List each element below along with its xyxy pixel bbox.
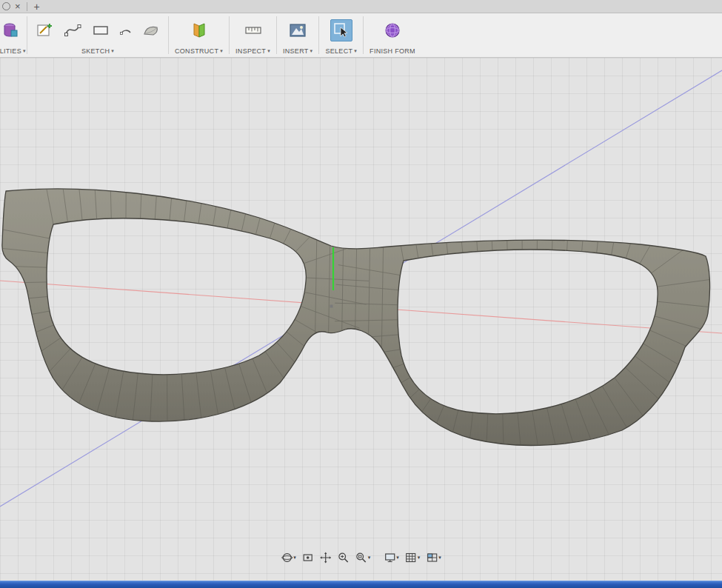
toolbar-group-construct: CONSTRUCT ▾ (169, 13, 229, 57)
chevron-down-icon: ▾ (396, 555, 399, 561)
toolbar-group-finish-form: FINISH FORM (364, 13, 421, 57)
new-tab-button[interactable]: + (32, 2, 42, 11)
construction-plane-icon (190, 21, 209, 40)
document-tab-icon[interactable] (2, 2, 10, 10)
insert-group-label[interactable]: INSERT ▾ (283, 47, 312, 55)
toolbar-group-select: SELECT ▾ (319, 13, 363, 57)
rectangle-icon (92, 21, 110, 39)
orbit-button[interactable]: ▾ (278, 549, 298, 566)
pan-button[interactable] (318, 549, 334, 566)
chevron-down-icon: ▾ (438, 555, 441, 561)
chevron-down-icon: ▾ (267, 48, 270, 54)
origin-marker (330, 305, 333, 308)
chevron-down-icon: ▾ (368, 555, 371, 561)
spline-tool-button[interactable] (61, 19, 84, 41)
scene-svg (0, 58, 722, 581)
chevron-down-icon: ▾ (23, 48, 26, 54)
tab-close-button[interactable]: × (13, 2, 22, 11)
select-tool-button[interactable] (330, 19, 352, 41)
toolbar-group-sketch: SKETCH ▾ (27, 13, 168, 57)
view-navigation-bar: ▾ (275, 548, 447, 567)
orbit-icon (281, 552, 293, 564)
rectangle-tool-button[interactable] (90, 19, 112, 41)
document-tab-strip: × + (0, 0, 722, 13)
chevron-down-icon: ▾ (354, 48, 357, 54)
toolbar-group-inspect: INSPECT ▾ (230, 13, 276, 57)
ruler-icon (244, 21, 263, 40)
viewports-button[interactable]: ▾ (424, 549, 444, 566)
surface-tool-button[interactable] (140, 19, 162, 41)
display-settings-icon (384, 552, 395, 564)
arc-icon (119, 24, 133, 37)
arc-tool-button[interactable] (118, 22, 134, 39)
construct-plane-button[interactable] (188, 19, 210, 41)
measure-button[interactable] (242, 19, 264, 41)
construct-group-label[interactable]: CONSTRUCT ▾ (175, 47, 223, 55)
main-toolbar: UTILITIES ▾ (0, 13, 722, 58)
image-icon (288, 21, 307, 40)
grid-settings-button[interactable]: ▾ (403, 549, 423, 566)
select-group-label[interactable]: SELECT ▾ (325, 47, 357, 55)
display-settings-button[interactable]: ▾ (381, 549, 401, 566)
chevron-down-icon: ▾ (310, 48, 313, 54)
insert-canvas-button[interactable] (287, 19, 309, 41)
utilities-tool-icon[interactable] (0, 19, 21, 41)
taskbar-strip[interactable] (0, 581, 722, 588)
grid-icon (405, 552, 417, 564)
toolbar-group-utilities: UTILITIES ▾ (0, 13, 27, 57)
viewports-icon (426, 552, 438, 564)
finish-form-button[interactable] (381, 19, 404, 41)
form-sphere-icon (383, 21, 402, 40)
look-at-button[interactable] (300, 549, 316, 566)
zoom-button[interactable] (335, 549, 352, 566)
spline-icon (64, 21, 81, 39)
sketch-group-label[interactable]: SKETCH ▾ (81, 47, 114, 55)
chevron-down-icon: ▾ (293, 555, 296, 561)
toolbar-group-insert: INSERT ▾ (277, 13, 318, 57)
magnifier-plus-icon (338, 552, 350, 564)
glasses-model[interactable] (2, 189, 710, 445)
inspect-group-label[interactable]: INSPECT ▾ (235, 47, 270, 55)
fit-button[interactable]: ▾ (353, 549, 373, 566)
magnifier-fit-icon (355, 552, 367, 564)
pan-icon (320, 552, 332, 564)
chevron-down-icon: ▾ (111, 48, 114, 54)
chevron-down-icon: ▾ (220, 48, 223, 54)
tab-separator (27, 2, 27, 11)
create-sketch-button[interactable] (33, 19, 56, 41)
surface-patch-icon (141, 21, 161, 39)
finish-form-group-label[interactable]: FINISH FORM (370, 47, 415, 55)
utilities-group-label[interactable]: UTILITIES ▾ (1, 47, 26, 55)
cylinder-icon (1, 21, 19, 39)
chevron-down-icon: ▾ (418, 555, 421, 561)
viewport-canvas[interactable]: ▾ (0, 58, 722, 581)
select-cursor-icon (332, 21, 351, 40)
look-at-icon (302, 552, 314, 564)
create-sketch-icon (36, 21, 53, 39)
